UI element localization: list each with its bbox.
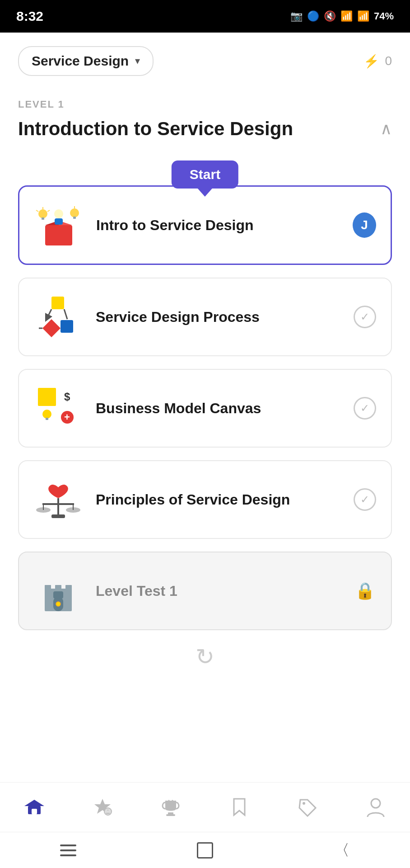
svg-rect-25 [46,418,48,420]
check-circle-icon: ✓ [354,306,376,328]
svg-point-41 [56,602,61,606]
svg-rect-0 [45,225,72,245]
android-back-button[interactable]: 〈 [328,841,355,859]
svg-rect-44 [32,809,37,814]
svg-rect-19 [38,388,56,406]
svg-point-53 [371,799,380,808]
svg-line-17 [64,309,67,319]
svg-marker-14 [42,319,61,337]
lesson-card-process[interactable]: Service Design Process ✓ [18,278,392,356]
lesson-status-canvas: ✓ [353,396,377,420]
svg-point-8 [54,209,63,218]
svg-rect-36 [45,585,51,591]
header-points: ⚡ 0 [363,54,392,69]
lesson-title-test: Level Test 1 [96,583,340,599]
lesson-title-process: Service Design Process [96,309,340,326]
svg-rect-13 [51,297,64,309]
nav-item-achievements[interactable] [80,797,125,821]
collapse-button[interactable]: ∧ [380,119,392,138]
svg-point-46 [104,808,112,815]
nav-item-profile[interactable] [353,797,398,821]
mute-icon: 🔇 [324,10,336,22]
signal-icon: 📶 [357,10,369,22]
svg-rect-30 [51,514,65,518]
lightning-icon: ⚡ [363,54,379,69]
svg-marker-42 [24,800,44,806]
svg-rect-11 [73,217,76,219]
camera-icon: 📷 [290,10,303,22]
svg-text:+: + [64,411,70,423]
level-label: LEVEL 1 [18,99,392,110]
lesson-status-principles: ✓ [353,488,377,511]
lesson-icon-canvas: $ + [33,383,83,433]
course-selector-text: Service Design [32,53,129,69]
battery-text: 74% [374,10,394,22]
lesson-icon-principles [33,475,83,524]
level-title-row: Introduction to Service Design ∧ [18,118,392,140]
svg-line-7 [47,210,50,212]
check-circle-icon-3: ✓ [354,488,376,511]
lesson-card-canvas[interactable]: $ + Business Model Canvas ✓ [18,369,392,448]
lock-icon: 🔒 [355,581,375,600]
svg-point-10 [70,208,79,217]
svg-line-16 [47,309,51,318]
lesson-card-intro[interactable]: Start [18,185,392,265]
points-value: 0 [385,54,392,68]
achievements-icon [93,797,112,821]
svg-rect-9 [55,218,63,225]
lesson-title-canvas: Business Model Canvas [96,400,340,417]
svg-rect-37 [55,585,61,591]
course-selector[interactable]: Service Design ▾ [18,46,154,76]
status-time: 8:32 [16,9,43,24]
lesson-status-process: ✓ [353,305,377,329]
nav-item-tags[interactable] [285,797,330,821]
lesson-card-test[interactable]: Level Test 1 🔒 [18,552,392,630]
status-icons: 📷 🔵 🔇 📶 📶 74% [290,10,394,22]
android-nav-bar: 〈 [0,832,410,868]
svg-rect-4 [42,217,44,220]
start-tooltip-arrow [198,189,212,197]
start-tooltip: Start [172,160,238,189]
level-title: Introduction to Service Design [18,118,380,140]
tag-icon [298,797,317,821]
check-circle-icon-2: ✓ [354,397,376,420]
nav-item-bookmarks[interactable] [217,797,262,821]
home-graduation-icon [24,797,44,821]
lesson-status-test: 🔒 [353,579,377,603]
lesson-status-intro: J [353,213,376,237]
menu-lines-icon [60,844,76,856]
main-content: LEVEL 1 Introduction to Service Design ∧… [0,85,410,684]
nav-item-home[interactable] [12,797,57,821]
lesson-title-principles: Principles of Service Design [96,491,340,508]
back-chevron-icon: 〈 [334,840,349,861]
svg-point-24 [42,410,51,419]
header: Service Design ▾ ⚡ 0 [0,33,410,85]
chevron-down-icon: ▾ [135,55,140,67]
lesson-icon-intro [34,200,84,250]
status-bar: 8:32 📷 🔵 🔇 📶 📶 74% [0,0,410,33]
svg-point-52 [303,802,305,805]
lesson-icon-process [33,292,83,342]
bluetooth-icon: 🔵 [307,10,319,22]
svg-rect-38 [65,585,72,591]
start-tooltip-wrapper: Start [172,160,238,197]
lesson-title-intro: Intro to Service Design [96,217,340,234]
svg-rect-40 [53,591,63,599]
android-home-button[interactable] [191,841,219,859]
leaderboard-icon [161,797,181,821]
android-menu-button[interactable] [55,841,82,859]
lesson-card-principles[interactable]: Principles of Service Design ✓ [18,460,392,539]
svg-point-3 [38,209,47,218]
refresh-icon: ↻ [196,644,214,670]
svg-rect-15 [61,320,73,333]
svg-line-6 [36,210,38,212]
wifi-icon: 📶 [340,10,353,22]
svg-rect-50 [166,814,175,816]
profile-icon [366,797,386,821]
avatar-badge: J [353,212,376,238]
lesson-icon-test [33,566,83,616]
bookmark-icon [229,797,249,821]
nav-item-leaderboard[interactable] [148,797,193,821]
lessons-list: Start [18,158,392,630]
square-home-icon [197,842,213,859]
